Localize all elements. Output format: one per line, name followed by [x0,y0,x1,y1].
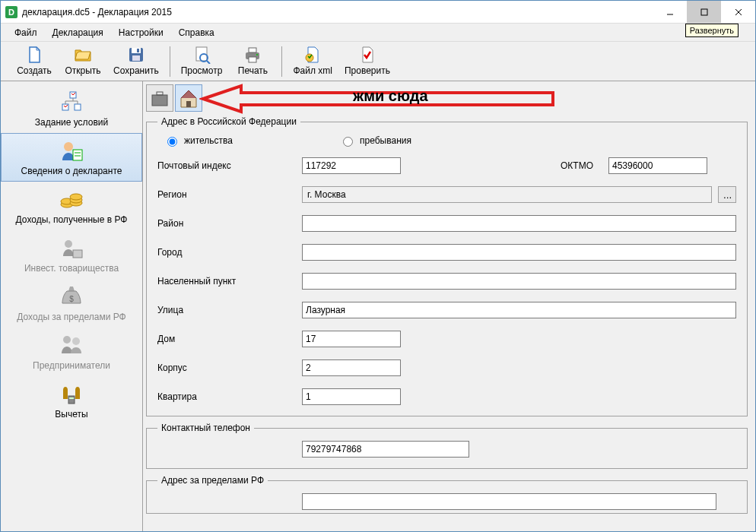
input-oktmo[interactable] [608,157,707,174]
svg-rect-18 [75,104,81,110]
input-city[interactable] [302,244,736,261]
sidebar-item-conditions[interactable]: Задание условий [1,84,142,133]
svg-rect-32 [69,397,74,399]
content-area: жми сюда Адрес в Российской Федерации жи… [143,81,755,531]
check-icon [358,46,376,64]
house-icon [178,87,199,109]
arrow-text: жми сюда [353,87,428,105]
radio-residence[interactable]: жительства [164,135,233,147]
menubar: Файл Декларация Настройки Справка [1,24,755,42]
menu-file[interactable]: Файл [8,25,43,40]
minimize-button[interactable] [653,1,687,23]
button-region-picker[interactable]: ... [718,186,736,203]
svg-rect-31 [68,396,75,404]
svg-point-19 [64,142,73,151]
sidebar: Задание условий Сведения о декларанте До… [1,81,143,531]
svg-line-10 [207,61,210,64]
label-oktmo: ОКТМО [561,160,593,171]
close-button[interactable] [721,1,755,23]
coins-icon [59,188,84,212]
label-city: Город [157,247,302,258]
legend-address-rf: Адрес в Российской Федерации [157,116,300,127]
print-icon [243,46,262,64]
xml-file-icon [303,46,322,64]
toolbar-preview[interactable]: Просмотр [175,44,229,78]
titlebar: D декларация.dc5 - Декларация 2015 Разве… [1,1,755,24]
label-postal: Почтовый индекс [157,160,302,171]
display-region: г. Москва [302,186,712,203]
entrepreneur-icon [59,334,84,358]
legend-abroad: Адрес за пределами РФ [157,475,268,486]
input-building[interactable] [302,359,401,376]
fieldset-abroad: Адрес за пределами РФ [146,475,748,514]
sidebar-item-income-abroad: $ Доходы за пределами РФ [1,279,142,328]
input-district[interactable] [302,215,736,232]
svg-point-26 [65,240,72,248]
sidebar-item-deductions[interactable]: Вычеты [1,376,142,425]
input-phone[interactable] [302,441,469,458]
conditions-icon [59,90,84,115]
fieldset-phone: Контактный телефон [146,423,748,469]
sidebar-item-income-rf[interactable]: Доходы, полученные в РФ [1,182,142,230]
menu-declaration[interactable]: Декларация [46,25,110,40]
new-file-icon [25,46,43,64]
input-flat[interactable] [302,388,401,405]
svg-text:$: $ [69,295,74,303]
input-locality[interactable] [302,273,736,290]
svg-rect-6 [132,55,140,61]
toolbar-open[interactable]: Открыть [59,44,107,78]
label-building: Корпус [157,363,302,373]
input-abroad[interactable] [302,493,716,510]
tab-address[interactable] [175,84,202,112]
fieldset-address-rf: Адрес в Российской Федерации жительства … [146,116,748,416]
svg-rect-33 [152,95,167,106]
toolbar-print[interactable]: Печать [228,44,277,78]
svg-rect-13 [249,57,256,62]
label-locality: Населенный пункт [157,276,302,287]
legend-phone: Контактный телефон [157,423,254,433]
svg-point-30 [72,337,80,345]
label-house: Дом [157,334,302,344]
svg-rect-1 [701,9,707,15]
toolbar-xml[interactable]: Файл xml [287,44,338,78]
label-flat: Квартира [157,391,302,402]
sidebar-item-entrepreneur: Предприниматели [1,328,142,376]
radio-stay[interactable]: пребывания [339,135,411,147]
menu-help[interactable]: Справка [173,25,221,40]
save-icon [127,46,145,64]
svg-point-25 [70,194,82,200]
app-icon: D [5,6,17,18]
svg-rect-27 [73,250,82,258]
svg-rect-5 [132,48,141,53]
svg-rect-7 [137,49,139,52]
declarant-icon [59,139,84,163]
label-district: Район [157,218,302,229]
svg-rect-12 [249,48,256,52]
briefcase-icon [149,87,170,109]
toolbar: Создать Открыть Сохранить Просмотр Печат… [1,42,755,81]
sidebar-item-declarant[interactable]: Сведения о декларанте [1,133,142,182]
deductions-icon [59,382,84,407]
open-folder-icon [74,46,92,64]
svg-point-14 [256,54,258,55]
menu-settings[interactable]: Настройки [113,25,170,40]
input-street[interactable] [302,302,736,318]
tab-personal[interactable] [146,84,173,112]
svg-point-29 [63,336,71,344]
maximize-tooltip: Развернуть [685,24,739,37]
svg-rect-20 [73,150,82,160]
toolbar-separator [281,46,282,77]
svg-rect-35 [186,101,191,107]
label-region: Регион [157,189,302,200]
svg-rect-34 [157,92,163,95]
sidebar-item-invest: Инвест. товарищества [1,230,142,279]
money-bag-icon: $ [59,285,84,309]
toolbar-save[interactable]: Сохранить [107,44,165,78]
input-house[interactable] [302,331,401,347]
input-postal[interactable] [302,157,401,174]
invest-icon [59,236,84,261]
toolbar-create[interactable]: Создать [10,44,59,78]
toolbar-separator [170,46,170,77]
toolbar-check[interactable]: Проверить [338,44,396,78]
maximize-button[interactable] [687,1,721,23]
